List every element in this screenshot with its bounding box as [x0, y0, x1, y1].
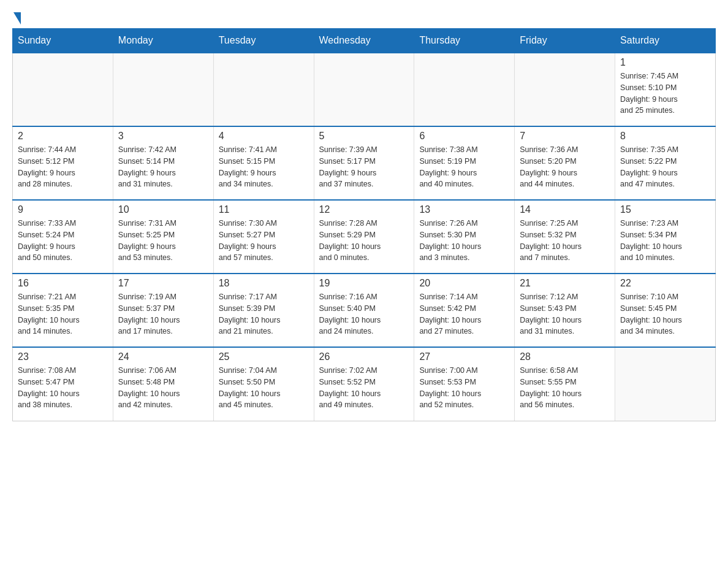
day-number: 28	[520, 351, 610, 362]
calendar-day-cell: 15Sunrise: 7:23 AM Sunset: 5:34 PM Dayli…	[615, 200, 716, 274]
day-of-week-header: Wednesday	[314, 29, 414, 53]
calendar-day-cell: 13Sunrise: 7:26 AM Sunset: 5:30 PM Dayli…	[414, 200, 515, 274]
calendar-day-cell: 24Sunrise: 7:06 AM Sunset: 5:48 PM Dayli…	[113, 347, 213, 421]
calendar-day-cell	[314, 53, 414, 126]
day-info: Sunrise: 7:30 AM Sunset: 5:27 PM Dayligh…	[219, 218, 309, 264]
day-info: Sunrise: 7:00 AM Sunset: 5:53 PM Dayligh…	[419, 365, 509, 411]
logo-arrow-icon	[13, 12, 21, 25]
day-info: Sunrise: 7:44 AM Sunset: 5:12 PM Dayligh…	[18, 144, 108, 190]
calendar-day-cell: 20Sunrise: 7:14 AM Sunset: 5:42 PM Dayli…	[414, 274, 515, 347]
calendar-week-row: 23Sunrise: 7:08 AM Sunset: 5:47 PM Dayli…	[13, 347, 716, 421]
day-number: 11	[219, 204, 309, 215]
day-number: 21	[520, 278, 610, 289]
day-info: Sunrise: 7:16 AM Sunset: 5:40 PM Dayligh…	[319, 291, 409, 337]
day-number: 22	[620, 278, 710, 289]
calendar-day-cell: 16Sunrise: 7:21 AM Sunset: 5:35 PM Dayli…	[13, 274, 113, 347]
day-of-week-header: Tuesday	[213, 29, 314, 53]
calendar-day-cell: 2Sunrise: 7:44 AM Sunset: 5:12 PM Daylig…	[13, 126, 113, 200]
day-info: Sunrise: 7:08 AM Sunset: 5:47 PM Dayligh…	[18, 365, 108, 411]
day-info: Sunrise: 6:58 AM Sunset: 5:55 PM Dayligh…	[520, 365, 610, 411]
day-info: Sunrise: 7:38 AM Sunset: 5:19 PM Dayligh…	[419, 144, 509, 190]
day-number: 3	[118, 131, 208, 142]
day-number: 10	[118, 204, 208, 215]
day-info: Sunrise: 7:10 AM Sunset: 5:45 PM Dayligh…	[620, 291, 710, 337]
calendar-day-cell: 25Sunrise: 7:04 AM Sunset: 5:50 PM Dayli…	[213, 347, 314, 421]
day-info: Sunrise: 7:42 AM Sunset: 5:14 PM Dayligh…	[118, 144, 208, 190]
day-info: Sunrise: 7:33 AM Sunset: 5:24 PM Dayligh…	[18, 218, 108, 264]
calendar-day-cell: 22Sunrise: 7:10 AM Sunset: 5:45 PM Dayli…	[615, 274, 716, 347]
day-of-week-header: Saturday	[615, 29, 716, 53]
calendar-day-cell: 6Sunrise: 7:38 AM Sunset: 5:19 PM Daylig…	[414, 126, 515, 200]
page-header	[12, 12, 716, 22]
calendar-day-cell: 9Sunrise: 7:33 AM Sunset: 5:24 PM Daylig…	[13, 200, 113, 274]
logo	[12, 12, 21, 22]
calendar-day-cell	[615, 347, 716, 421]
calendar-week-row: 9Sunrise: 7:33 AM Sunset: 5:24 PM Daylig…	[13, 200, 716, 274]
day-number: 26	[319, 351, 409, 362]
calendar-day-cell: 14Sunrise: 7:25 AM Sunset: 5:32 PM Dayli…	[515, 200, 615, 274]
day-number: 6	[419, 131, 509, 142]
calendar-day-cell: 18Sunrise: 7:17 AM Sunset: 5:39 PM Dayli…	[213, 274, 314, 347]
day-number: 7	[520, 131, 610, 142]
day-of-week-header: Thursday	[414, 29, 515, 53]
day-number: 2	[18, 131, 108, 142]
calendar-day-cell: 19Sunrise: 7:16 AM Sunset: 5:40 PM Dayli…	[314, 274, 414, 347]
day-number: 15	[620, 204, 710, 215]
day-number: 23	[18, 351, 108, 362]
day-info: Sunrise: 7:28 AM Sunset: 5:29 PM Dayligh…	[319, 218, 409, 264]
day-info: Sunrise: 7:31 AM Sunset: 5:25 PM Dayligh…	[118, 218, 208, 264]
calendar-day-cell: 17Sunrise: 7:19 AM Sunset: 5:37 PM Dayli…	[113, 274, 213, 347]
day-number: 14	[520, 204, 610, 215]
day-number: 25	[219, 351, 309, 362]
day-info: Sunrise: 7:25 AM Sunset: 5:32 PM Dayligh…	[520, 218, 610, 264]
calendar-day-cell	[414, 53, 515, 126]
day-info: Sunrise: 7:02 AM Sunset: 5:52 PM Dayligh…	[319, 365, 409, 411]
day-number: 9	[18, 204, 108, 215]
day-number: 27	[419, 351, 509, 362]
calendar-day-cell: 12Sunrise: 7:28 AM Sunset: 5:29 PM Dayli…	[314, 200, 414, 274]
calendar-day-cell: 26Sunrise: 7:02 AM Sunset: 5:52 PM Dayli…	[314, 347, 414, 421]
calendar-header-row: SundayMondayTuesdayWednesdayThursdayFrid…	[13, 29, 716, 53]
calendar-day-cell	[13, 53, 113, 126]
day-number: 4	[219, 131, 309, 142]
day-info: Sunrise: 7:41 AM Sunset: 5:15 PM Dayligh…	[219, 144, 309, 190]
day-of-week-header: Monday	[113, 29, 213, 53]
calendar-day-cell: 7Sunrise: 7:36 AM Sunset: 5:20 PM Daylig…	[515, 126, 615, 200]
day-info: Sunrise: 7:12 AM Sunset: 5:43 PM Dayligh…	[520, 291, 610, 337]
day-number: 12	[319, 204, 409, 215]
calendar-day-cell: 3Sunrise: 7:42 AM Sunset: 5:14 PM Daylig…	[113, 126, 213, 200]
day-info: Sunrise: 7:17 AM Sunset: 5:39 PM Dayligh…	[219, 291, 309, 337]
day-number: 16	[18, 278, 108, 289]
day-number: 17	[118, 278, 208, 289]
day-number: 1	[620, 57, 710, 68]
calendar-day-cell: 21Sunrise: 7:12 AM Sunset: 5:43 PM Dayli…	[515, 274, 615, 347]
day-number: 20	[419, 278, 509, 289]
day-info: Sunrise: 7:14 AM Sunset: 5:42 PM Dayligh…	[419, 291, 509, 337]
calendar-day-cell: 5Sunrise: 7:39 AM Sunset: 5:17 PM Daylig…	[314, 126, 414, 200]
day-number: 24	[118, 351, 208, 362]
calendar-day-cell	[113, 53, 213, 126]
day-of-week-header: Sunday	[13, 29, 113, 53]
calendar-day-cell: 11Sunrise: 7:30 AM Sunset: 5:27 PM Dayli…	[213, 200, 314, 274]
calendar-day-cell	[213, 53, 314, 126]
calendar-table: SundayMondayTuesdayWednesdayThursdayFrid…	[12, 28, 716, 421]
day-info: Sunrise: 7:21 AM Sunset: 5:35 PM Dayligh…	[18, 291, 108, 337]
day-of-week-header: Friday	[515, 29, 615, 53]
day-info: Sunrise: 7:04 AM Sunset: 5:50 PM Dayligh…	[219, 365, 309, 411]
day-info: Sunrise: 7:35 AM Sunset: 5:22 PM Dayligh…	[620, 144, 710, 190]
day-info: Sunrise: 7:26 AM Sunset: 5:30 PM Dayligh…	[419, 218, 509, 264]
day-number: 13	[419, 204, 509, 215]
calendar-day-cell: 28Sunrise: 6:58 AM Sunset: 5:55 PM Dayli…	[515, 347, 615, 421]
calendar-day-cell: 27Sunrise: 7:00 AM Sunset: 5:53 PM Dayli…	[414, 347, 515, 421]
calendar-day-cell: 23Sunrise: 7:08 AM Sunset: 5:47 PM Dayli…	[13, 347, 113, 421]
day-number: 8	[620, 131, 710, 142]
day-number: 19	[319, 278, 409, 289]
calendar-week-row: 1Sunrise: 7:45 AM Sunset: 5:10 PM Daylig…	[13, 53, 716, 126]
calendar-day-cell: 10Sunrise: 7:31 AM Sunset: 5:25 PM Dayli…	[113, 200, 213, 274]
day-number: 18	[219, 278, 309, 289]
day-number: 5	[319, 131, 409, 142]
calendar-week-row: 2Sunrise: 7:44 AM Sunset: 5:12 PM Daylig…	[13, 126, 716, 200]
calendar-day-cell	[515, 53, 615, 126]
day-info: Sunrise: 7:06 AM Sunset: 5:48 PM Dayligh…	[118, 365, 208, 411]
day-info: Sunrise: 7:19 AM Sunset: 5:37 PM Dayligh…	[118, 291, 208, 337]
